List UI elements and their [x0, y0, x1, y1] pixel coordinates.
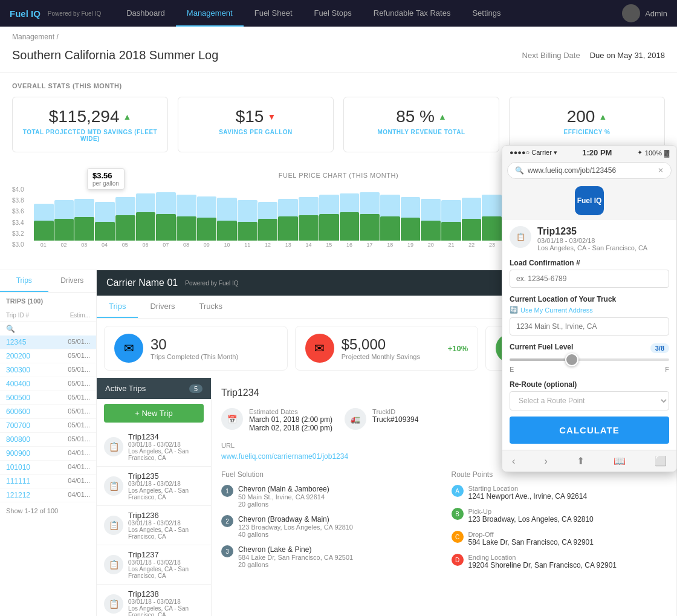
- url-clear-icon[interactable]: ✕: [658, 166, 664, 175]
- fuel-empty-label: E: [510, 366, 514, 373]
- trip-row[interactable]: 40040005/01...: [0, 377, 96, 391]
- avatar[interactable]: [622, 4, 640, 22]
- billing-info: Next Billing Date Due on May 31, 2018: [522, 51, 665, 60]
- truck-id-value: Truck#109394: [372, 415, 418, 424]
- carrier-nav-trips[interactable]: Trips: [97, 296, 138, 318]
- bar-column-21: [441, 186, 461, 241]
- stat-card-per-gallon: $15 ▼ SAVINGS PER GALLON: [178, 97, 334, 152]
- trip-row[interactable]: 10101004/01...: [0, 461, 96, 475]
- nav-item-management[interactable]: Management: [176, 0, 244, 27]
- trip-list-icon: 📋: [104, 594, 123, 614]
- stat-card-efficiency: 200 ▲ EFFICIENCY %: [509, 97, 665, 152]
- bar-column-20: [421, 186, 441, 241]
- fuel-station-address: 584 Lake Dr, San Francisco, CA 92501: [238, 554, 353, 561]
- fuel-gallons: 40 gallons: [238, 531, 353, 538]
- tab-drivers[interactable]: Drivers: [48, 270, 97, 292]
- carrier-nav-drivers[interactable]: Drivers: [138, 296, 187, 318]
- bar-fg-06: [136, 212, 156, 241]
- forward-button[interactable]: ›: [544, 456, 547, 467]
- calculate-button[interactable]: CALCULATE: [510, 417, 669, 444]
- trip-row[interactable]: 12121204/01...: [0, 488, 96, 502]
- active-trip-list-item[interactable]: 📋 Trip1237 03/01/18 - 03/02/18 Los Angel…: [97, 545, 211, 585]
- load-conf-input[interactable]: [510, 270, 669, 288]
- trip-row[interactable]: 50050005/01...: [0, 391, 96, 405]
- bar-bg-06: [136, 193, 156, 241]
- trip-search-input[interactable]: [6, 325, 90, 333]
- phone-url-bar: 🔍 www.fueliq.com/job/123456 ✕: [507, 162, 672, 179]
- nav-item-fuelstops[interactable]: Fuel Stops: [303, 0, 363, 27]
- route-point-item: A Starting Location 1241 Newport Ave., I…: [452, 485, 667, 501]
- trip-row[interactable]: 60060005/01...: [0, 405, 96, 419]
- bar-bg-03: [74, 199, 94, 241]
- trip-id-cell: 500500: [6, 394, 60, 402]
- new-trip-button[interactable]: + New Trip: [104, 404, 204, 423]
- bar-bg-22: [462, 198, 482, 241]
- bar-column-01: [34, 186, 54, 241]
- nav-item-settings[interactable]: Settings: [461, 0, 511, 27]
- trip-row[interactable]: 30030005/01...: [0, 363, 96, 377]
- stat-desc-savings: TOTAL PROJECTED MTD SAVINGS (FLEET WIDE): [22, 129, 158, 142]
- use-my-location-link[interactable]: 🔄 Use My Current Address: [510, 306, 669, 314]
- x-label-12: 12: [258, 242, 277, 248]
- re-route-label: Re-Route (optional): [510, 380, 669, 389]
- route-letter-A: A: [452, 485, 464, 497]
- x-label-15: 15: [319, 242, 338, 248]
- route-letter-D: D: [452, 554, 464, 566]
- route-address: 123 Broadway, Los Angeles, CA 92810: [468, 515, 594, 524]
- trip-list-name: Trip1238: [128, 589, 204, 598]
- trip-list-info: Trip1238 03/01/18 - 03/02/18 Los Angeles…: [128, 589, 204, 616]
- nav-item-dashboard[interactable]: Dashboard: [115, 0, 176, 27]
- breadcrumb: Management /: [0, 27, 677, 44]
- fuel-slider-thumb[interactable]: [565, 353, 578, 366]
- x-label-07: 07: [156, 242, 175, 248]
- active-trip-list-item[interactable]: 📋 Trip1235 03/01/18 - 03/02/18 Los Angel…: [97, 467, 211, 506]
- route-info-B: Pick-Up 123 Broadway, Los Angeles, CA 92…: [468, 508, 594, 524]
- bar-fg-08: [177, 216, 196, 241]
- bar-column-09: [197, 186, 217, 241]
- trip-list-name: Trip1234: [128, 432, 204, 441]
- re-route-select[interactable]: Select a Route Point: [510, 391, 669, 410]
- back-button[interactable]: ‹: [512, 456, 515, 467]
- savings-icon: ✉: [305, 334, 334, 363]
- trip-row[interactable]: 90090004/01...: [0, 447, 96, 461]
- trip-url[interactable]: www.fueliq.com/carriername01/job1234: [221, 452, 348, 461]
- trip-id-cell: 121212: [6, 491, 60, 499]
- trip-row[interactable]: 80080005/01...: [0, 433, 96, 447]
- location-input[interactable]: [510, 317, 669, 336]
- col-trip-id: Trip ID #: [6, 312, 60, 319]
- y-label-3: $3.6: [12, 208, 24, 215]
- tab-trips[interactable]: Trips: [0, 270, 48, 292]
- active-trip-list-item[interactable]: 📋 Trip1238 03/01/18 - 03/02/18 Los Angel…: [97, 585, 211, 616]
- share-icon[interactable]: ⬆: [577, 455, 585, 467]
- trip-date-cell: 05/01...: [60, 407, 90, 416]
- bar-fg-01: [34, 221, 54, 241]
- carrier-nav-trucks[interactable]: Trucks: [187, 296, 235, 318]
- trip-date-cell: 04/01...: [60, 463, 90, 472]
- fuel-station-name: Chevron (Broadway & Main): [238, 515, 353, 524]
- logo: Fuel IQ: [10, 8, 40, 19]
- active-trip-list-item[interactable]: 📋 Trip1234 03/01/18 - 03/02/18 Los Angel…: [97, 427, 211, 467]
- truck-icon: 🚛: [345, 408, 366, 430]
- fuel-full-label: F: [665, 366, 669, 373]
- top-navigation: Fuel IQ Powered by Fuel IQ Dashboard Man…: [0, 0, 677, 27]
- trip-row[interactable]: 20020005/01...: [0, 349, 96, 363]
- carrier-name: Carrier Name 01: [106, 277, 178, 288]
- trip-row[interactable]: 70070005/01...: [0, 419, 96, 433]
- y-label-6: $3.0: [12, 241, 24, 248]
- trip-id-cell: 300300: [6, 366, 60, 374]
- bar-bg-01: [34, 204, 54, 241]
- re-route-select-wrapper: Select a Route Point: [510, 391, 669, 410]
- trip-row[interactable]: 1234505/01...: [0, 336, 96, 349]
- nav-item-fuelsheet[interactable]: Fuel Sheet: [244, 0, 303, 27]
- trip-row[interactable]: 11111104/01...: [0, 475, 96, 488]
- bookmarks-icon[interactable]: 📖: [614, 455, 626, 467]
- bar-fg-16: [340, 212, 360, 241]
- tabs-icon[interactable]: ⬜: [655, 455, 667, 467]
- x-label-16: 16: [340, 242, 359, 248]
- nav-item-tax[interactable]: Refundable Tax Rates: [363, 0, 462, 27]
- bar-column-12: [258, 186, 278, 241]
- trip-list-info: Trip1234 03/01/18 - 03/02/18 Los Angeles…: [128, 432, 204, 461]
- route-point-item: D Ending Location 19204 Shoreline Dr, Sa…: [452, 554, 667, 569]
- active-trip-list-item[interactable]: 📋 Trip1236 03/01/18 - 03/02/18 Los Angel…: [97, 506, 211, 545]
- trip-id-cell: 101010: [6, 463, 60, 472]
